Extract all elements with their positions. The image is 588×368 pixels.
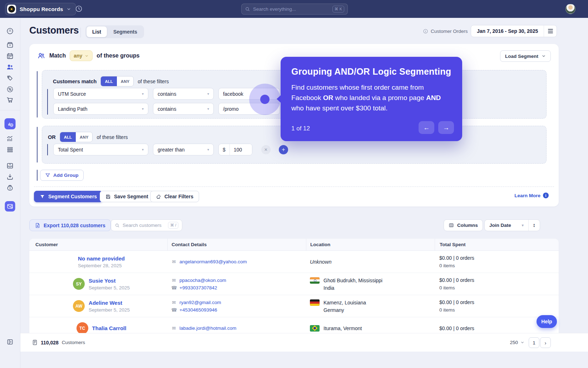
match-row: Match any of these groups	[37, 50, 139, 61]
sidebar-item-apps[interactable]	[6, 146, 14, 153]
actions-divider	[34, 187, 554, 187]
date-range-value[interactable]: Jan 7, 2016 - Sep 30, 2025	[471, 25, 544, 37]
sidebar-item-calendar[interactable]	[6, 52, 14, 60]
customer-name-link[interactable]: Thalia Carroll	[92, 325, 127, 331]
operator-select[interactable]: contains▾	[153, 103, 214, 115]
sidebar-item-dashboard[interactable]	[6, 27, 14, 35]
current-page-button[interactable]: 1	[529, 337, 539, 348]
customers-icon	[6, 63, 14, 71]
match-mode-select[interactable]: any	[70, 50, 93, 61]
toggle-any[interactable]: ANY	[117, 76, 133, 86]
workspace-switcher[interactable]: Shoppu Records	[5, 3, 76, 15]
search-shortcut-badge: ⌘ K	[332, 6, 344, 13]
flag-brazil-icon	[310, 325, 320, 332]
contact-cell: ✉labadie.jordi@hotmail.com	[167, 317, 306, 333]
add-group-button[interactable]: Add Group	[40, 170, 84, 181]
operator-select[interactable]: greater than▾	[153, 144, 214, 155]
tour-next-button[interactable]: →	[438, 121, 454, 134]
field-select[interactable]: Total Spent▾	[53, 144, 148, 155]
field-select[interactable]: UTM Source▾	[53, 88, 148, 100]
global-search-input[interactable]	[253, 6, 330, 12]
sidebar-item-cart[interactable]	[6, 96, 14, 104]
search-shortcut-badge: ⌘ /	[168, 222, 178, 229]
customer-count: 110,028	[41, 340, 59, 345]
help-button[interactable]: Help	[537, 315, 557, 328]
sidebar-item-customers[interactable]	[6, 63, 14, 71]
remove-filter-button[interactable]: ✕	[261, 145, 271, 154]
sidebar-divider	[0, 110, 20, 110]
add-filter-button[interactable]: +	[279, 145, 288, 154]
customer-search[interactable]: ⌘ /	[111, 219, 182, 231]
customer-orders-label: Customer Orders	[423, 29, 468, 34]
sidebar-panel-toggle[interactable]	[6, 338, 14, 345]
group1-prefix: Customers match	[53, 79, 97, 84]
sidebar-item-payouts[interactable]: $	[6, 162, 14, 170]
sidebar-item-tags[interactable]	[6, 74, 14, 82]
list-counter-icon	[32, 339, 38, 345]
customer-name-link[interactable]: Adeline West	[89, 300, 130, 306]
phone-link[interactable]: +4530465093946	[179, 307, 217, 313]
chevron-down-icon	[542, 54, 546, 58]
table-row[interactable]: No name provided September 28, 2025 ✉ang…	[29, 251, 559, 273]
items-count: 0 items	[439, 285, 559, 290]
export-customers-button[interactable]: Export 110,028 customers	[29, 219, 111, 231]
sidebar-item-discounts[interactable]	[6, 85, 14, 93]
table-row[interactable]: TC Thalia Carroll ✉labadie.jordi@hotmail…	[29, 317, 559, 333]
segment-customers-button[interactable]: Segment Customers	[34, 191, 103, 202]
search-icon	[245, 6, 250, 12]
items-count: 0 items	[439, 307, 559, 313]
group2-header: OR ALL ANY of these filters	[48, 132, 128, 142]
field-select[interactable]: Landing Path▾	[53, 103, 148, 115]
customer-cell: No name provided September 28, 2025	[29, 251, 167, 273]
email-link[interactable]: ryan92@gmail.com	[179, 300, 221, 305]
sidebar-item-messages[interactable]: €	[5, 201, 15, 212]
save-segment-button[interactable]: Save Segment	[100, 191, 154, 202]
sidebar-item-imports[interactable]	[6, 173, 14, 181]
calendar-icon	[6, 52, 14, 60]
user-avatar[interactable]	[565, 4, 575, 14]
sidebar-item-orders[interactable]	[6, 41, 14, 49]
tab-list[interactable]: List	[87, 26, 107, 37]
columns-button[interactable]: Columns	[444, 219, 483, 231]
column-header-total-spent[interactable]: Total Spent	[435, 239, 559, 250]
table-row[interactable]: SY Susie Yost September 5, 2025 ✉ppacoch…	[29, 273, 559, 295]
apps-grid-icon	[6, 146, 14, 153]
customer-search-input[interactable]	[123, 223, 165, 228]
phone-link[interactable]: +9933037307842	[179, 285, 217, 290]
column-header-customer[interactable]: Customer	[29, 239, 167, 250]
date-range-menu-button[interactable]	[544, 25, 557, 37]
toggle-all[interactable]: ALL	[101, 76, 117, 86]
tour-prev-button[interactable]: ←	[419, 121, 434, 134]
operator-select[interactable]: contains▾	[153, 88, 214, 100]
toggle-any[interactable]: ANY	[76, 132, 92, 142]
sidebar-item-analytics[interactable]	[6, 135, 14, 143]
sort-by-select[interactable]: Join Date ▾	[485, 220, 528, 231]
email-link[interactable]: ppacocha@okon.com	[179, 278, 226, 283]
column-header-location[interactable]: Location	[306, 239, 435, 250]
export-file-icon	[35, 223, 40, 228]
customer-name-link[interactable]: Susie Yost	[89, 278, 130, 284]
info-icon	[423, 29, 428, 34]
table-row[interactable]: AW Adeline West September 5, 2025 ✉ryan9…	[29, 295, 559, 317]
view-tabs: List Segments	[85, 25, 144, 38]
learn-more-link[interactable]: Learn More i	[514, 193, 549, 198]
page-size-select[interactable]: 250	[510, 333, 524, 352]
customer-name-link[interactable]: No name provided	[78, 255, 125, 262]
total-spent-cell: $0.00 | 0 orders 0 items	[435, 273, 559, 295]
join-date: September 5, 2025	[89, 307, 130, 313]
avatar: AW	[73, 300, 85, 312]
sidebar-item-revenue[interactable]: $	[6, 184, 14, 192]
toggle-all[interactable]: ALL	[60, 132, 76, 142]
email-link[interactable]: labadie.jordi@hotmail.com	[179, 325, 236, 331]
tab-segments[interactable]: Segments	[108, 26, 143, 37]
global-search[interactable]: ⌘ K	[241, 4, 348, 15]
column-header-contact[interactable]: Contact Details	[167, 239, 306, 250]
amount-input[interactable]	[230, 144, 252, 155]
sidebar-item-ai-assistant[interactable]: A	[5, 118, 16, 129]
sort-direction-button[interactable]: ▲▼	[528, 220, 540, 231]
load-segment-button[interactable]: Load Segment	[500, 50, 551, 62]
clear-filters-button[interactable]: Clear Filters	[150, 191, 199, 202]
history-button[interactable]	[75, 5, 83, 13]
email-link[interactable]: angelanorman693@yahoo.com	[179, 259, 247, 264]
next-page-button[interactable]: ›	[540, 337, 551, 348]
